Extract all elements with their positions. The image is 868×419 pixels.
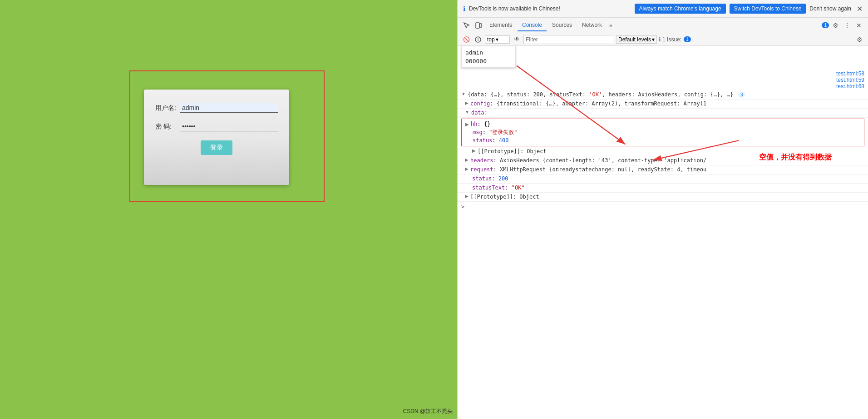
password-row: 密 码: (155, 122, 278, 131)
chevron-down-icon: ▾ (496, 36, 498, 43)
status-row: status: 400 (465, 137, 860, 144)
issue-icon: ℹ (659, 36, 661, 43)
console-object-entry: ▼ {data: {…}, status: 200, statusText: '… (458, 90, 868, 100)
devtools-panel: ℹ DevTools is now available in Chinese! … (457, 0, 868, 419)
prototype-entry-2: ▶ [[Prototype]]: Object (458, 193, 868, 202)
source-link-68[interactable]: test.html:68 (836, 83, 864, 90)
log-line-1: admin (465, 48, 512, 57)
config-toggle[interactable]: ▶ (465, 100, 469, 105)
console-content-area: admin 000000 test.html:58 test.html:59 t… (458, 46, 868, 419)
headers-toggle[interactable]: ▶ (465, 157, 469, 162)
issue-badge-count: 1 (684, 36, 691, 42)
console-log-popup: admin 000000 (461, 46, 516, 68)
console-settings-icon[interactable]: ⚙ (854, 35, 864, 45)
device-toolbar-icon[interactable] (473, 20, 484, 31)
tab-sources[interactable]: Sources (547, 20, 577, 31)
tab-network[interactable]: Network (577, 20, 607, 31)
statustext-entry: statusText: "OK" (458, 184, 868, 193)
object-badge: 3 (738, 91, 745, 98)
password-input[interactable] (180, 122, 278, 131)
login-container: 用户名: 密 码: 登录 (129, 70, 325, 202)
filter-toggle-button[interactable] (473, 35, 483, 45)
match-language-button[interactable]: Always match Chrome's language (635, 4, 726, 14)
hh-toggle[interactable]: ▶ (465, 122, 469, 127)
eye-icon[interactable]: 👁 (512, 35, 522, 45)
config-entry: ▶ config: {transitional: {…}, adapter: A… (458, 100, 868, 109)
svg-point-4 (478, 40, 478, 41)
login-button[interactable]: 登录 (201, 140, 232, 155)
devtools-notification: ℹ DevTools is now available in Chinese! … (458, 0, 868, 18)
context-label: top (487, 36, 495, 43)
request-toggle[interactable]: ▶ (465, 166, 469, 171)
data-children-box: ▶ hh: {} msg: "登录失败" status: 400 (461, 119, 864, 146)
headers-entry: ▶ headers: AxiosHeaders {content-length:… (458, 156, 868, 165)
watermark: CSDN @软工不秃头 (403, 408, 453, 415)
tab-console[interactable]: Console (518, 20, 547, 31)
proto2-toggle[interactable]: ▶ (465, 194, 469, 199)
proto-toggle[interactable]: ▶ (472, 148, 476, 153)
console-badge: 1 (822, 22, 829, 28)
inspect-element-icon[interactable] (461, 20, 472, 31)
chevron-down-icon: ▾ (652, 36, 655, 43)
info-icon: ℹ (463, 5, 465, 12)
browser-page: 用户名: 密 码: 登录 CSDN @软工不秃头 (0, 0, 457, 419)
close-notification-button[interactable]: ✕ (857, 5, 863, 13)
devtools-main-toolbar: Elements Console Sources Network » 1 ⚙ ⋮… (458, 18, 868, 33)
settings-icon[interactable]: ⚙ (830, 20, 841, 31)
dont-show-button[interactable]: Don't show again (809, 5, 851, 12)
more-options-icon[interactable]: ⋮ (842, 20, 853, 31)
svg-rect-1 (480, 24, 482, 27)
console-toolbar: 🚫 top ▾ 👁 Default levels ▾ ℹ 1 Issue: 1 … (458, 33, 868, 46)
issues-count: ℹ 1 Issue: 1 (659, 36, 691, 43)
login-box: 用户名: 密 码: 登录 (144, 90, 289, 185)
prototype-entry-1: ▶ [[Prototype]]: Object (458, 147, 868, 156)
more-tabs-button[interactable]: » (607, 20, 614, 31)
request-entry: ▶ request: XMLHttpRequest {onreadystatec… (458, 165, 868, 175)
source-link-59[interactable]: test.html:59 (836, 77, 864, 83)
close-devtools-button[interactable]: ✕ (853, 20, 864, 31)
hh-row: ▶ hh: {} (465, 121, 860, 127)
console-entries: test.html:58 test.html:59 test.html:68 ▼… (458, 69, 868, 214)
tab-elements[interactable]: Elements (485, 20, 517, 31)
msg-row: msg: "登录失败" (465, 128, 860, 137)
svg-rect-0 (476, 23, 479, 28)
console-prompt: > (458, 202, 868, 214)
status-200-entry: status: 200 (458, 175, 868, 184)
notification-text: DevTools is now available in Chinese! (469, 5, 631, 12)
filter-input[interactable] (523, 35, 614, 44)
object-text: {data: {…}, status: 200, statusText: 'OK… (468, 91, 707, 98)
clear-console-button[interactable]: 🚫 (461, 35, 471, 45)
data-toggle[interactable]: ▼ (465, 110, 469, 115)
expand-toggle[interactable]: ▼ (461, 91, 466, 96)
data-key-entry: ▼ data: (458, 109, 868, 118)
username-input[interactable] (180, 103, 278, 113)
log-line-2: 000000 (465, 57, 512, 65)
source-link-58[interactable]: test.html:58 (836, 70, 864, 77)
password-label: 密 码: (155, 123, 180, 131)
username-label: 用户名: (155, 104, 180, 112)
context-selector[interactable]: top ▾ (485, 35, 510, 44)
switch-chinese-button[interactable]: Switch DevTools to Chinese (730, 4, 806, 14)
username-row: 用户名: (155, 103, 278, 113)
log-levels-selector[interactable]: Default levels ▾ (616, 35, 657, 44)
